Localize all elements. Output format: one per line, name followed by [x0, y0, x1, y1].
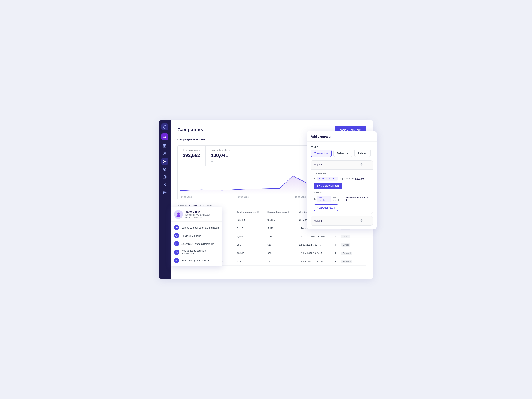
row-priority: 4: [332, 241, 339, 249]
effect-action: Add points: [317, 196, 331, 202]
rule2-actions: [359, 219, 370, 223]
table-showing: 15 (100%): [187, 204, 198, 207]
user-segment-icon: [174, 250, 179, 255]
trigger-referral[interactable]: Referral: [354, 150, 371, 157]
trigger-behaviour[interactable]: Behaviour: [333, 150, 352, 157]
condition-row-1: 1. Transaction value is greater than $20…: [314, 177, 370, 181]
rule1-section: RULE 1 Conditions 1. Transaction: [311, 160, 373, 214]
sidebar-item-trophies[interactable]: [161, 166, 168, 172]
wallet-icon: [174, 241, 179, 247]
add-effect-button[interactable]: + ADD EFFECT: [314, 204, 338, 211]
rule2-section: RULE 2: [311, 216, 373, 226]
user-email: jane.smith@example.com: [185, 214, 211, 216]
rule2-delete-button[interactable]: [359, 219, 364, 223]
total-engagement-value: 292,652: [183, 152, 200, 158]
svg-point-4: [164, 152, 165, 154]
trigger-label: Trigger: [311, 145, 373, 148]
engaged-members-label: Engaged members: [211, 149, 229, 152]
svg-marker-15: [176, 227, 178, 228]
row-type: Direct: [339, 241, 357, 249]
chart-label-1: 13-09-2022: [181, 196, 191, 198]
chart-label-3: 25-09-2022: [295, 196, 305, 198]
activity-item: Reached Gold tier: [171, 232, 222, 240]
effect-num: 1.: [314, 198, 316, 200]
engaged-members-hint: ⓘ: [211, 159, 229, 162]
star-icon: [174, 225, 179, 230]
condition-field: Transaction value: [317, 177, 338, 181]
svg-rect-3: [164, 146, 165, 147]
row-type: Referral: [339, 249, 357, 257]
activity-text: Redeemed $10.00 voucher: [181, 259, 210, 262]
total-engagement-label: Total engagement: [183, 149, 200, 152]
add-condition-button[interactable]: + ADD CONDITION: [314, 183, 342, 189]
user-avatar: [174, 210, 183, 219]
svg-rect-2: [165, 146, 166, 147]
row-menu[interactable]: ⋮: [357, 232, 367, 241]
rule1-header: RULE 1: [311, 160, 373, 170]
row-members: 112: [265, 257, 297, 266]
row-engagement: 6,151: [235, 232, 265, 241]
panel-body: Trigger Transaction Behaviour Referral R…: [307, 142, 377, 229]
svg-rect-1: [165, 145, 166, 146]
row-members: 513: [265, 241, 297, 249]
user-popup: Jane Smith jane.smith@example.com +1 202…: [171, 207, 222, 266]
sidebar-logo: [161, 123, 168, 130]
sidebar-avatar[interactable]: AL: [161, 133, 168, 140]
row-created: 12 Jun 2022 9:02 AM: [297, 249, 332, 257]
activity-item: Spent $8.21 from digital wallet: [171, 240, 222, 248]
effect-row-1: 1. Add points with formula Transaction v…: [314, 196, 370, 202]
rule2-header: RULE 2: [311, 216, 373, 225]
activity-item: Earned 213 points for a transaction: [171, 223, 222, 232]
user-info: Jane Smith jane.smith@example.com +1 202…: [185, 210, 211, 219]
svg-rect-7: [163, 176, 166, 178]
row-engagement: 3,425: [235, 224, 265, 232]
effect-formula: Transaction value * 2: [346, 196, 370, 202]
sidebar-item-users[interactable]: [161, 150, 168, 157]
col-engagement: Total engagement ⓘ: [235, 209, 265, 216]
row-members: 950: [265, 249, 297, 257]
row-engagement: 432: [235, 257, 265, 266]
row-members: 7,572: [265, 232, 297, 241]
trigger-transaction[interactable]: Transaction: [311, 150, 332, 157]
row-members: 90,155: [265, 216, 297, 224]
row-menu[interactable]: ⋮: [357, 241, 367, 249]
engaged-members-value: 100,041: [211, 152, 229, 158]
effects-label: Effects: [314, 191, 370, 194]
row-menu[interactable]: ⋮: [357, 257, 367, 266]
col-members: Engaged members ⓘ: [265, 209, 297, 216]
rule1-collapse-button[interactable]: [365, 163, 370, 167]
page-title: Campaigns: [177, 127, 203, 133]
user-popup-header: Jane Smith jane.smith@example.com +1 202…: [171, 207, 222, 222]
voucher-icon: [174, 258, 179, 263]
sidebar-item-campaigns[interactable]: [161, 158, 168, 165]
row-engagement: 10,513: [235, 249, 265, 257]
trigger-buttons: Transaction Behaviour Referral: [311, 150, 373, 157]
row-engagement: 950: [235, 241, 265, 249]
activity-item: Redeemed $10.00 voucher: [171, 256, 222, 265]
rule1-delete-button[interactable]: [359, 163, 364, 167]
sidebar-item-grid[interactable]: [161, 143, 168, 149]
row-priority: 5: [332, 249, 339, 257]
conditions-label: Conditions: [314, 172, 370, 175]
svg-rect-16: [176, 243, 178, 245]
sidebar-item-gifts[interactable]: [161, 189, 168, 196]
row-type: Direct: [339, 232, 357, 241]
condition-op: is greater than: [339, 177, 354, 180]
add-campaign-panel: Add campaign Trigger Transaction Behavio…: [307, 131, 377, 229]
trophy-icon: [174, 233, 179, 238]
row-created: 1 May 2022 6:33 PM: [297, 241, 332, 249]
effect-formula-label: with formula: [332, 196, 344, 202]
row-created: 20 March 2021 4:32 PM: [297, 232, 332, 241]
condition-val: $200.00: [355, 177, 364, 180]
row-priority: 3: [332, 232, 339, 241]
total-engagement-stat: Total engagement 292,652: [177, 146, 206, 166]
sidebar-item-briefcase[interactable]: [161, 174, 168, 180]
activity-text: Was added to segment "Champions": [181, 249, 219, 255]
sidebar-item-medal[interactable]: [161, 181, 168, 188]
row-priority: 6: [332, 257, 339, 266]
row-created: 12 Jun 2022 10:54 AM: [297, 257, 332, 266]
rule2-collapse-button[interactable]: [365, 219, 370, 223]
row-menu[interactable]: ⋮: [357, 249, 367, 257]
user-phone: +1 202 555 0117: [185, 216, 211, 219]
svg-rect-0: [164, 145, 165, 146]
